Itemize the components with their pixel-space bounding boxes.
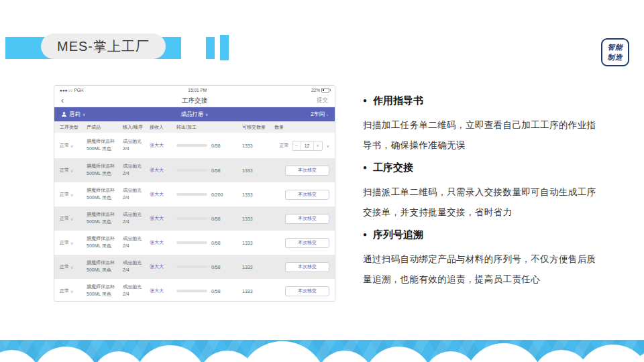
submit-button[interactable]: 提交 bbox=[317, 97, 328, 105]
app-screenshot-card: ●●●○○ PGH 15:01 PM 22% ‹ 工序交接 提交 唐莉 ∨ 成品… bbox=[54, 85, 335, 302]
transfer-button[interactable]: 本次移交 bbox=[285, 214, 329, 224]
feature-body: 通过扫码自动绑定产品与材料的序列号，不仅方便售后质量追溯，也能有效的追责，提高员… bbox=[363, 249, 596, 290]
row-transferable: 1333 bbox=[242, 241, 274, 245]
row-order: 2/4 bbox=[123, 171, 129, 176]
row-product-spec: 500ML 黑色 bbox=[87, 267, 111, 272]
receiver-link[interactable]: 张大大 bbox=[150, 168, 164, 172]
row-product-name: 膳魔师保温杯 bbox=[87, 212, 115, 217]
progress-label: 0/58 bbox=[211, 241, 221, 245]
type-dropdown[interactable]: 正常 ∨ bbox=[60, 191, 87, 198]
type-dropdown[interactable]: 正常 ∨ bbox=[60, 142, 87, 149]
stamp-line: 制造 bbox=[608, 52, 623, 62]
row-product-spec: 500ML 黑色 bbox=[87, 219, 111, 224]
progress-bar bbox=[176, 290, 207, 292]
receiver-link[interactable]: 张大大 bbox=[150, 143, 164, 147]
row-transferable: 1333 bbox=[242, 217, 274, 221]
progress-bar bbox=[176, 265, 207, 268]
product-cell: 膳魔师保温杯 500ML 黑色 bbox=[87, 211, 123, 226]
status-time: 15:01 PM bbox=[188, 88, 207, 93]
progress-label: 0/58 bbox=[211, 143, 221, 148]
row-type: 正常 bbox=[60, 263, 69, 270]
transfer-button[interactable]: 本次移交 bbox=[285, 262, 329, 272]
page-title: 工序交接 bbox=[54, 97, 335, 105]
status-bar: ●●●○○ PGH 15:01 PM 22% bbox=[54, 86, 335, 95]
table-row: 正常 ∨ 膳魔师保温杯 500ML 黑色 成品抛光 2/4 张大大 0/58 1… bbox=[54, 255, 335, 279]
row-step: 成品抛光 bbox=[123, 260, 142, 265]
transfer-button[interactable]: 本次移交 bbox=[285, 166, 329, 176]
progress-cell: 0/58 bbox=[176, 265, 242, 269]
chevron-down-icon: ∨ bbox=[70, 217, 73, 221]
smart-manufacturing-stamp: 智能 制造 bbox=[601, 38, 629, 66]
receiver-link[interactable]: 张大大 bbox=[150, 192, 164, 196]
ribbon-deco-bar bbox=[220, 35, 229, 60]
row-product-name: 膳魔师保温杯 bbox=[87, 284, 115, 289]
chevron-down-icon: ∨ bbox=[70, 192, 73, 197]
stepper-plus-button[interactable]: + bbox=[314, 141, 322, 150]
qty-stepper: 正常 − 12 + ∨ bbox=[280, 141, 329, 151]
feature-section: ● 序列号追溯 通过扫码自动绑定产品与材料的序列号，不仅方便售后质量追溯，也能有… bbox=[363, 228, 628, 290]
col-header-product: 产成品 bbox=[87, 124, 123, 131]
row-product-name: 膳魔师保温杯 bbox=[87, 139, 115, 143]
type-dropdown[interactable]: 正常 ∨ bbox=[60, 288, 87, 294]
feature-title-text: 工序交接 bbox=[373, 162, 413, 174]
col-header-type: 工序类型 bbox=[60, 124, 87, 131]
row-product-name: 膳魔师保温杯 bbox=[87, 188, 115, 192]
row-order: 2/4 bbox=[123, 267, 129, 272]
table-row: 正常 ∨ 膳魔师保温杯 500ML 黑色 成品抛光 2/4 张大大 0/58 1… bbox=[54, 279, 335, 302]
transfer-button[interactable]: 本次移交 bbox=[285, 190, 329, 200]
receiver-link[interactable]: 张大大 bbox=[150, 216, 164, 221]
progress-label: 0/200 bbox=[211, 192, 223, 197]
movein-cell: 成品抛光 2/4 bbox=[123, 259, 150, 274]
workshop-selector[interactable]: 2车间 › bbox=[311, 111, 328, 119]
process-selector[interactable]: 成品打磨 ∨ bbox=[54, 111, 335, 119]
row-order: 2/4 bbox=[123, 146, 129, 151]
ribbon-deco-bar bbox=[206, 37, 215, 59]
progress-label: 0/58 bbox=[211, 289, 221, 294]
table-row: 正常 ∨ 膳魔师保温杯 500ML 黑色 成品抛光 2/4 张大大 0/200 … bbox=[54, 182, 335, 206]
battery-icon bbox=[321, 88, 329, 93]
col-header-progress: 转出/加工 bbox=[176, 124, 242, 131]
row-transferable: 1333 bbox=[242, 168, 274, 173]
table-body: 正常 ∨ 膳魔师保温杯 500ML 黑色 成品抛光 2/4 张大大 0/58 1… bbox=[54, 133, 335, 302]
feature-section: ● 工序交接 扫描派工单二维码，只需录入交接数量即可自动生成工序交接单，并支持批… bbox=[363, 161, 628, 223]
transfer-button[interactable]: 本次移交 bbox=[285, 238, 329, 248]
movein-cell: 成品抛光 2/4 bbox=[123, 163, 150, 178]
receiver-link[interactable]: 张大大 bbox=[150, 264, 164, 269]
movein-cell: 成品抛光 2/4 bbox=[123, 211, 150, 226]
stepper-value[interactable]: 12 bbox=[301, 141, 314, 150]
receiver-link[interactable]: 张大大 bbox=[150, 240, 164, 245]
stamp-line: 智能 bbox=[608, 42, 623, 52]
product-cell: 膳魔师保温杯 500ML 黑色 bbox=[87, 138, 123, 153]
progress-cell: 0/58 bbox=[176, 241, 242, 245]
receiver-link[interactable]: 张大大 bbox=[150, 288, 164, 293]
stepper-minus-button[interactable]: − bbox=[292, 141, 301, 150]
stepper-status: 正常 bbox=[280, 142, 289, 149]
row-type: 正常 bbox=[60, 167, 69, 174]
chevron-down-icon: ∨ bbox=[70, 241, 73, 245]
row-type: 正常 bbox=[60, 215, 69, 222]
row-type: 正常 bbox=[60, 142, 69, 149]
feature-title-text: 作用指导书 bbox=[373, 95, 423, 107]
row-order: 2/4 bbox=[123, 195, 129, 200]
type-dropdown[interactable]: 正常 ∨ bbox=[60, 263, 87, 270]
chevron-down-icon: ∨ bbox=[70, 168, 73, 173]
progress-cell: 0/58 bbox=[176, 289, 242, 294]
type-dropdown[interactable]: 正常 ∨ bbox=[60, 215, 87, 222]
workshop-name: 2车间 bbox=[311, 111, 325, 117]
product-cell: 膳魔师保温杯 500ML 黑色 bbox=[87, 284, 123, 298]
row-type: 正常 bbox=[60, 239, 69, 246]
progress-cell: 0/58 bbox=[176, 217, 242, 221]
progress-cell: 0/200 bbox=[176, 192, 242, 197]
bottom-border-band bbox=[0, 340, 644, 362]
table-row: 正常 ∨ 膳魔师保温杯 500ML 黑色 成品抛光 2/4 张大大 0/58 1… bbox=[54, 206, 335, 231]
transfer-button[interactable]: 本次移交 bbox=[285, 286, 329, 296]
row-product-spec: 500ML 黑色 bbox=[87, 195, 111, 200]
row-product-spec: 500ML 黑色 bbox=[87, 171, 111, 176]
type-dropdown[interactable]: 正常 ∨ bbox=[60, 239, 87, 246]
type-dropdown[interactable]: 正常 ∨ bbox=[60, 167, 87, 174]
bullet-icon: ● bbox=[363, 164, 367, 171]
row-product-spec: 500ML 黑色 bbox=[87, 292, 111, 296]
table-row: 正常 ∨ 膳魔师保温杯 500ML 黑色 成品抛光 2/4 张大大 0/58 1… bbox=[54, 158, 335, 182]
chevron-down-icon: ∨ bbox=[70, 265, 73, 269]
chevron-down-icon: ∨ bbox=[70, 289, 73, 294]
